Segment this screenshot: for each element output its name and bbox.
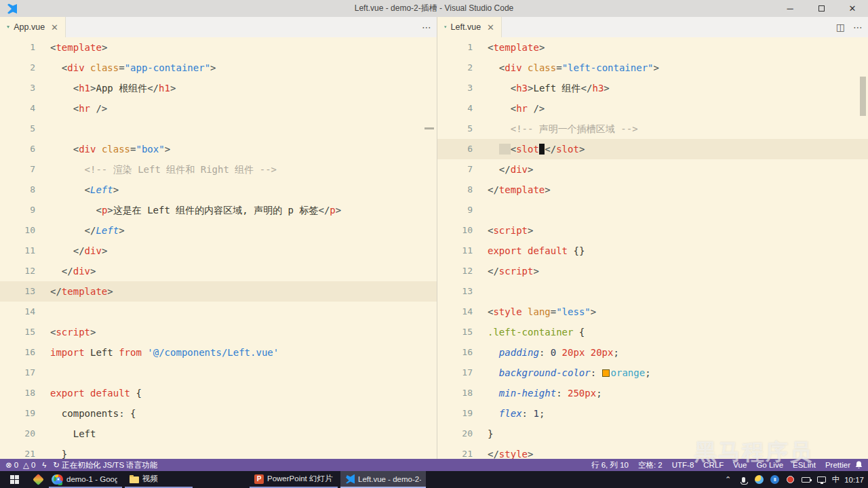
code-line[interactable]: 13 [437, 281, 868, 302]
taskbar-button-folder[interactable]: 视频 [125, 471, 193, 488]
status-item[interactable]: UTF-8 [672, 461, 694, 469]
monitor-icon[interactable] [816, 474, 827, 485]
line-number: 3 [0, 78, 35, 98]
code-text: <slot></slot> [488, 139, 585, 159]
code-line[interactable]: 16import Left from '@/components/Left.vu… [0, 342, 437, 363]
code-line[interactable]: 14<style lang="less"> [437, 302, 868, 322]
code-text: </script> [488, 261, 539, 281]
more-actions-icon[interactable]: ⋯ [422, 22, 431, 33]
problems-indicator[interactable]: ⊗0 △0 [5, 460, 35, 470]
ime-indicator[interactable]: 中 [832, 474, 840, 485]
line-number: 4 [0, 98, 35, 119]
minimize-button[interactable]: ─ [774, 0, 806, 17]
code-line[interactable]: 13</template> [0, 281, 437, 302]
close-window-button[interactable]: ✕ [837, 0, 868, 17]
line-number: 16 [437, 342, 473, 363]
code-line[interactable]: 4 <hr /> [437, 98, 868, 119]
line-number: 19 [437, 403, 473, 424]
code-line[interactable]: 7 </div> [437, 159, 868, 180]
code-line[interactable]: 10 </Left> [0, 220, 437, 241]
vscode-window: Left.vue - demo-2-插槽 - Visual Studio Cod… [0, 0, 868, 488]
code-line[interactable]: 7 <!-- 渲染 Left 组件和 Right 组件 --> [0, 159, 437, 180]
taskbar-button-powerpoint[interactable]: PPowerPoint 幻灯片... [250, 471, 338, 488]
code-line[interactable]: 1<template> [437, 37, 868, 58]
line-number: 18 [0, 383, 35, 403]
code-line[interactable]: 15<script> [0, 322, 437, 342]
code-line[interactable]: 12</script> [437, 261, 868, 281]
split-editor-icon[interactable]: ◫ [836, 22, 845, 33]
line-number: 8 [0, 180, 35, 200]
code-line[interactable]: 10<script> [437, 220, 868, 241]
vue-file-icon [444, 23, 447, 31]
taskbar-button-vscode[interactable]: Left.vue - demo-2-... [340, 471, 426, 488]
code-text: } [50, 444, 67, 459]
code-line[interactable]: 3 <h1>App 根组件</h1> [0, 78, 437, 98]
code-line[interactable]: 5 <!-- 声明一个插槽区域 --> [437, 119, 868, 139]
code-text: </div> [488, 159, 533, 180]
code-line[interactable]: 17 background-color: orange; [437, 363, 868, 383]
line-number: 16 [0, 342, 35, 363]
close-tab-icon[interactable]: ✕ [487, 22, 494, 33]
clock[interactable]: 10:17 [844, 476, 864, 484]
lightning-icon[interactable]: ϟ [42, 461, 46, 469]
language-init-status[interactable]: ↻ 正在初始化 JS/TS 语言功能 [53, 460, 157, 470]
line-number: 7 [437, 159, 473, 180]
windows-logo-icon [10, 475, 19, 484]
color-swatch-icon[interactable] [602, 369, 610, 377]
code-line[interactable]: 8</template> [437, 180, 868, 200]
code-text: <div class="app-container"> [50, 58, 216, 78]
line-number: 17 [437, 363, 473, 383]
code-line[interactable]: 6 <div class="box"> [0, 139, 437, 159]
line-number: 4 [437, 98, 473, 119]
weather-icon[interactable] [754, 474, 765, 485]
code-line[interactable]: 17 [0, 363, 437, 383]
code-line[interactable]: 9 [437, 200, 868, 220]
taskbar: demo-1 - Google C...视频PPowerPoint 幻灯片...… [0, 471, 868, 488]
start-button[interactable] [0, 471, 28, 488]
code-line[interactable]: 2 <div class="app-container"> [0, 58, 437, 78]
code-line[interactable]: 21 } [0, 444, 437, 459]
code-line[interactable]: 19 components: { [0, 403, 437, 424]
battery-icon[interactable] [801, 474, 812, 485]
tray-chevron-up-icon[interactable]: ⌃ [723, 474, 734, 485]
editor-app-vue[interactable]: 1<template>2 <div class="app-container">… [0, 37, 437, 459]
record-icon[interactable] [785, 474, 796, 485]
code-line[interactable]: 14 [0, 302, 437, 322]
close-tab-icon[interactable]: ✕ [51, 22, 58, 33]
code-line[interactable]: 12 </div> [0, 261, 437, 281]
code-line[interactable]: 15.left-container { [437, 322, 868, 342]
line-number: 15 [437, 322, 473, 342]
line-number: 21 [437, 444, 473, 459]
status-item[interactable]: 行 6, 列 10 [591, 460, 629, 470]
code-line[interactable]: 16 padding: 0 20px 20px; [437, 342, 868, 363]
code-text: <div class="left-container"> [488, 58, 659, 78]
tab-label: Left.vue [451, 22, 481, 32]
tab-left-vue[interactable]: Left.vue ✕ [437, 17, 502, 37]
code-line[interactable]: 11export default {} [437, 241, 868, 261]
code-line[interactable]: 6 <slot></slot> [437, 139, 868, 159]
tab-app-vue[interactable]: App.vue ✕ [0, 17, 66, 37]
code-line[interactable]: 11 </div> [0, 241, 437, 261]
code-line[interactable]: 5 [0, 119, 437, 139]
code-text: <script> [488, 220, 533, 241]
code-line[interactable]: 3 <h3>Left 组件</h3> [437, 78, 868, 98]
status-item[interactable]: 空格: 2 [638, 460, 663, 470]
status-item[interactable]: Prettier [825, 461, 850, 469]
code-line[interactable]: 18 min-height: 250px; [437, 383, 868, 403]
code-line[interactable]: 18export default { [0, 383, 437, 403]
code-line[interactable]: 19 flex: 1; [437, 403, 868, 424]
code-line[interactable]: 2 <div class="left-container"> [437, 58, 868, 78]
code-line[interactable]: 20 Left [0, 424, 437, 444]
microphone-icon[interactable] [738, 474, 749, 485]
pause-circle-icon[interactable]: ‖ [770, 474, 781, 485]
code-line[interactable]: 8 <Left> [0, 180, 437, 200]
editor-left-vue[interactable]: 1<template>2 <div class="left-container"… [437, 37, 868, 459]
notifications-bell-icon[interactable] [855, 461, 863, 470]
taskbar-button-chrome[interactable]: demo-1 - Google C... [49, 471, 122, 488]
code-line[interactable]: 9 <p>这是在 Left 组件的内容区域, 声明的 p 标签</p> [0, 200, 437, 220]
code-line[interactable]: 4 <hr /> [0, 98, 437, 119]
more-actions-icon[interactable]: ⋯ [853, 22, 863, 33]
code-line[interactable]: 1<template> [0, 37, 437, 58]
quick-launch-app-icon[interactable] [33, 474, 44, 485]
restore-button[interactable] [806, 0, 837, 17]
